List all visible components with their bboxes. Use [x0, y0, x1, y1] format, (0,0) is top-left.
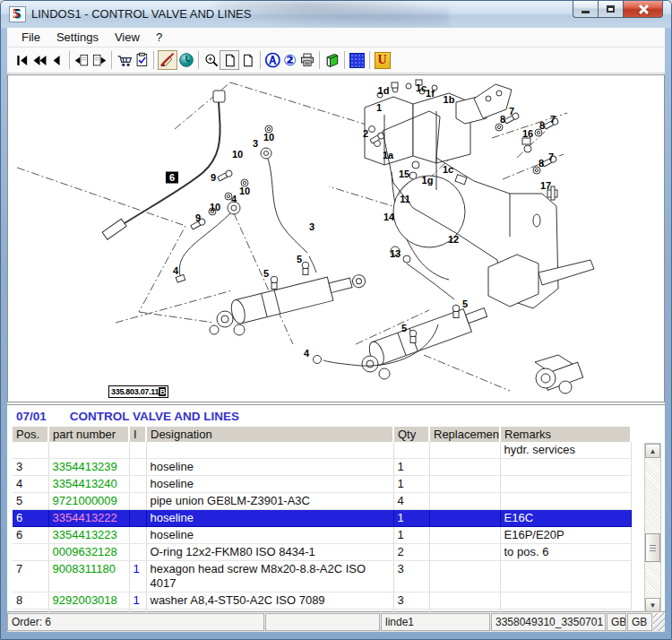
maximize-button[interactable] — [599, 1, 623, 18]
callout-label[interactable]: 7 — [550, 114, 556, 125]
auto-number-icon[interactable]: ② — [281, 50, 298, 70]
menu-help[interactable]: ? — [148, 29, 170, 46]
resize-grip[interactable] — [653, 613, 665, 631]
parts-table-wrap: Pos. part number I Designation Qty Repla… — [13, 427, 633, 613]
callout-label[interactable]: 5 — [263, 268, 269, 279]
minimize-button[interactable] — [573, 1, 599, 18]
callout-label[interactable]: 15 — [399, 169, 409, 179]
callout-label[interactable]: 5 — [462, 298, 468, 309]
callout-label[interactable]: 8 — [538, 158, 544, 169]
callout-label[interactable]: 1d — [378, 85, 390, 96]
scroll-up-icon[interactable]: ▲ — [645, 444, 660, 458]
table-row[interactable]: hydr. services — [13, 442, 631, 459]
col-pos[interactable]: Pos. — [13, 427, 48, 442]
units-icon[interactable]: U — [374, 50, 391, 70]
toolbar-separator — [198, 51, 199, 69]
page-copy-icon[interactable] — [239, 50, 256, 70]
print-icon[interactable] — [298, 50, 315, 70]
section-title: CONTROL VALVE AND LINES — [70, 410, 239, 423]
col-part-number[interactable]: part number — [48, 427, 129, 442]
callout-label[interactable]: 5 — [401, 323, 407, 333]
close-button[interactable] — [623, 1, 663, 18]
callout-label[interactable]: 1b — [444, 94, 455, 105]
callout-label[interactable]: 10 — [210, 202, 220, 212]
callout-label[interactable]: 3 — [309, 221, 314, 232]
callout-label[interactable]: 4 — [231, 194, 237, 204]
callout-label[interactable]: 14 — [383, 212, 394, 222]
col-designation[interactable]: Designation — [146, 427, 393, 442]
nav-back-icon[interactable] — [48, 50, 65, 70]
table-row[interactable]: 33354413239hoseline1 — [13, 459, 631, 476]
col-qty[interactable]: Qty — [393, 427, 429, 442]
callout-label[interactable]: 13 — [390, 248, 401, 259]
callout-label[interactable]: 7 — [548, 151, 554, 162]
page-view-icon[interactable] — [220, 50, 239, 70]
zoom-in-icon[interactable] — [202, 50, 220, 70]
menu-file[interactable]: File — [13, 29, 48, 46]
minimize-icon — [582, 11, 590, 13]
page-first-icon[interactable] — [73, 50, 90, 70]
callout-label[interactable]: 1 — [376, 102, 382, 113]
callout-label[interactable]: 12 — [448, 234, 459, 245]
exploded-view-diagram[interactable]: 1d 1c 1f 1b 1 2 1a 15 1g 1c 11 14 8 7 16… — [7, 74, 665, 402]
table-row[interactable]: 43354413240hoseline1 — [13, 476, 631, 493]
callout-label[interactable]: 9 — [195, 212, 201, 223]
scroll-down-icon[interactable]: ▼ — [645, 598, 660, 612]
order-check-icon[interactable] — [133, 50, 150, 70]
toolbar-separator — [369, 51, 370, 69]
callout-label[interactable]: 11 — [400, 194, 410, 204]
table-row-selected[interactable]: 63354413222hoseline1E16C — [13, 510, 631, 527]
marker-off-icon[interactable] — [158, 50, 177, 70]
callout-label[interactable]: 2 — [363, 128, 368, 139]
nav-fast-back-icon[interactable] — [31, 50, 48, 70]
callout-label[interactable]: 10 — [239, 186, 250, 196]
callout-label[interactable]: 8 — [500, 114, 505, 125]
callout-label[interactable]: 7 — [509, 106, 514, 117]
status-document: 3358049310_3350701 — [491, 613, 606, 631]
callout-label[interactable]: 4 — [173, 265, 178, 276]
cart-icon[interactable] — [116, 50, 133, 70]
col-i[interactable]: I — [129, 427, 146, 442]
callout-label[interactable]: 16 — [522, 128, 533, 139]
menu-bar: File Settings View ? — [7, 28, 665, 48]
callout-label[interactable]: 3 — [253, 138, 258, 149]
col-remarks[interactable]: Remarks — [500, 427, 631, 442]
table-row[interactable]: 59721000009pipe union GE8LM-Z3901-A3C4 — [13, 493, 631, 510]
scroll-thumb[interactable] — [645, 533, 660, 562]
toolbar-separator — [111, 51, 112, 69]
toolbar-separator — [69, 51, 70, 69]
callout-label[interactable]: 17 — [540, 180, 551, 191]
callout-label[interactable]: 1f — [426, 88, 435, 99]
table-row[interactable]: 63354413223hoseline1E16P/E20P — [13, 527, 631, 544]
table-row[interactable]: 892920030181washer A8,4-ST50-A2C ISO 708… — [13, 592, 631, 610]
callout-label[interactable]: 9 — [211, 172, 216, 183]
toolbar-separator — [319, 51, 320, 69]
table-scrollbar[interactable]: ▲ ▼ — [644, 443, 661, 613]
section-header: 07/01 CONTROL VALVE AND LINES — [7, 405, 665, 427]
mosaic-icon[interactable] — [349, 50, 366, 70]
callout-label[interactable]: 1a — [383, 150, 393, 160]
callout-label[interactable]: 10 — [263, 132, 274, 143]
auto-letter-icon[interactable]: Ⓐ — [264, 50, 281, 70]
callout-label[interactable]: 4 — [304, 348, 309, 359]
title-bar[interactable]: 5 LINDOS1 - CONTROL VALVE AND LINES — [1, 1, 671, 28]
callout-label-highlighted[interactable]: 6 — [166, 172, 178, 184]
menu-view[interactable]: View — [107, 29, 148, 46]
callout-label[interactable]: 1c — [443, 164, 453, 175]
callout-label[interactable]: 1g — [422, 175, 434, 186]
col-replacement[interactable]: Replacement — [429, 427, 500, 442]
menu-settings[interactable]: Settings — [48, 29, 107, 46]
parts-list-panel: 07/01 CONTROL VALVE AND LINES Pos. part … — [7, 404, 665, 612]
callout-label[interactable]: 8 — [539, 120, 545, 131]
table-row[interactable]: 790083111801hexagon head screw M8x20-8.8… — [13, 561, 631, 592]
table-row[interactable]: 0009632128O-ring 12x2-FKM80 ISO 8434-12t… — [13, 544, 631, 561]
clock-icon[interactable] — [177, 50, 194, 70]
diagram-line-art — [8, 75, 665, 402]
callout-label[interactable]: 10 — [232, 149, 243, 160]
close-icon — [638, 4, 649, 14]
nav-first-icon[interactable] — [14, 50, 31, 70]
notes-icon[interactable] — [323, 50, 340, 70]
callout-label[interactable]: 5 — [297, 254, 302, 264]
status-empty — [265, 613, 380, 631]
page-next-icon[interactable] — [90, 50, 108, 70]
